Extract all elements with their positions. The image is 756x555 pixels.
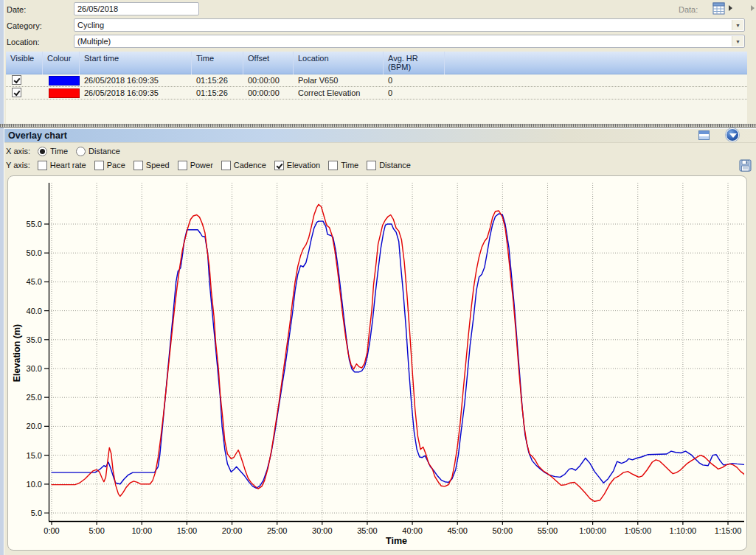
cell-avg-hr: 0 — [388, 88, 392, 97]
location-dropdown-arrow-icon[interactable]: ▼ — [732, 36, 743, 46]
option-label: Power — [190, 161, 213, 170]
category-dropdown-arrow-icon[interactable]: ▼ — [732, 20, 743, 30]
option-label: Distance — [379, 161, 411, 170]
cell-offset: 00:00:00 — [248, 88, 280, 97]
overlay-chart-title: Overlay chart — [8, 130, 67, 141]
svg-text:55:00: 55:00 — [538, 526, 558, 535]
table-header-time[interactable]: Time — [192, 52, 243, 74]
x-axis-label: X axis: — [6, 147, 30, 156]
svg-text:40.0: 40.0 — [27, 307, 42, 315]
visible-checkbox[interactable] — [12, 88, 21, 97]
radio-button[interactable] — [76, 147, 86, 156]
svg-text:45.0: 45.0 — [27, 277, 42, 286]
y-axis-row: Y axis: Heart ratePaceSpeedPowerCadenceE… — [6, 158, 419, 172]
svg-text:5.0: 5.0 — [31, 509, 42, 517]
horizontal-splitter[interactable] — [0, 124, 756, 128]
y-option-time[interactable]: Time — [328, 161, 358, 170]
svg-text:15.0: 15.0 — [27, 451, 42, 460]
y-option-elevation[interactable]: Elevation — [274, 161, 320, 170]
colour-swatch[interactable] — [49, 88, 80, 98]
svg-text:20.0: 20.0 — [27, 422, 42, 430]
cell-time: 01:15:26 — [196, 76, 228, 85]
checkbox[interactable] — [328, 161, 338, 170]
data-grid-icon[interactable] — [712, 2, 725, 15]
svg-text:Time: Time — [386, 536, 407, 546]
svg-text:30:00: 30:00 — [312, 526, 333, 535]
panel-collapse-arrow-icon[interactable] — [751, 5, 755, 11]
sessions-table: VisibleColourStart timeTimeOffsetLocatio… — [6, 52, 747, 124]
option-label: Pace — [107, 161, 125, 170]
y-option-speed[interactable]: Speed — [133, 161, 170, 170]
x-option-distance[interactable]: Distance — [76, 147, 120, 156]
data-label: Data: — [679, 5, 698, 14]
svg-text:35.0: 35.0 — [27, 335, 42, 344]
cell-start-time: 26/05/2018 16:09:35 — [84, 88, 159, 97]
elevation-line-chart: 5.010.015.020.025.030.035.040.045.050.05… — [8, 176, 746, 550]
restore-panel-icon[interactable] — [698, 130, 710, 140]
checkbox[interactable] — [367, 161, 376, 170]
svg-text:45:00: 45:00 — [447, 526, 468, 535]
collapse-section-button[interactable] — [726, 128, 739, 142]
data-expand-arrow-icon[interactable] — [729, 5, 732, 11]
table-header-offset[interactable]: Offset — [243, 52, 294, 74]
svg-text:10.0: 10.0 — [27, 480, 42, 489]
cell-location: Polar V650 — [298, 76, 338, 85]
colour-swatch[interactable] — [49, 76, 80, 85]
y-option-distance[interactable]: Distance — [367, 161, 411, 170]
svg-text:40:00: 40:00 — [402, 526, 423, 535]
option-label: Heart rate — [50, 161, 86, 170]
y-option-heart-rate[interactable]: Heart rate — [38, 161, 86, 170]
radio-button[interactable] — [38, 147, 47, 156]
sessions-table-header: VisibleColourStart timeTimeOffsetLocatio… — [6, 52, 747, 74]
svg-text:25.0: 25.0 — [27, 393, 42, 402]
overlay-chart-canvas: 5.010.015.020.025.030.035.040.045.050.05… — [7, 175, 747, 551]
svg-text:1:05:00: 1:05:00 — [624, 526, 651, 535]
table-header-colour[interactable]: Colour — [43, 52, 80, 74]
checkbox[interactable] — [274, 161, 284, 170]
option-label: Time — [341, 161, 358, 170]
checkbox[interactable] — [178, 161, 187, 170]
svg-text:0:00: 0:00 — [44, 526, 59, 535]
location-select[interactable]: (Multiple) ▼ — [74, 35, 745, 48]
checkbox[interactable] — [94, 161, 104, 170]
cell-start-time: 26/05/2018 16:09:35 — [84, 76, 159, 85]
save-chart-button[interactable] — [739, 159, 752, 172]
table-header-visible[interactable]: Visible — [6, 52, 43, 74]
checkbox[interactable] — [38, 161, 47, 170]
checkbox[interactable] — [133, 161, 143, 170]
option-label: Speed — [146, 161, 170, 170]
y-option-power[interactable]: Power — [178, 161, 213, 170]
session-row[interactable]: 26/05/2018 16:09:3501:15:2600:00:00Corre… — [6, 87, 747, 100]
session-row[interactable]: 26/05/2018 16:09:3501:15:2600:00:00Polar… — [6, 74, 747, 87]
option-label: Distance — [89, 147, 120, 156]
y-option-pace[interactable]: Pace — [94, 161, 125, 170]
location-label: Location: — [7, 38, 40, 46]
location-value: (Multiple) — [77, 37, 111, 46]
x-option-time[interactable]: Time — [38, 147, 68, 156]
svg-text:35:00: 35:00 — [357, 526, 378, 535]
y-option-cadence[interactable]: Cadence — [221, 161, 266, 170]
table-header-avg-hr-bpm[interactable]: Avg. HR (BPM) — [384, 52, 445, 74]
date-field[interactable]: 26/05/2018 — [74, 2, 199, 15]
cell-location: Correct Elevation — [298, 88, 360, 97]
svg-text:10:00: 10:00 — [132, 526, 153, 535]
table-header-start-time[interactable]: Start time — [80, 52, 192, 74]
svg-text:1:15:00: 1:15:00 — [715, 526, 742, 535]
chevron-down-icon — [729, 133, 737, 138]
category-label: Category: — [7, 21, 42, 30]
option-label: Cadence — [234, 161, 266, 170]
option-label: Elevation — [287, 161, 320, 170]
checkbox[interactable] — [221, 161, 231, 170]
svg-text:20:00: 20:00 — [222, 526, 243, 535]
cell-time: 01:15:26 — [196, 88, 228, 97]
floppy-disk-icon — [739, 159, 752, 172]
svg-text:30.0: 30.0 — [27, 364, 42, 373]
table-header-location[interactable]: Location — [294, 52, 384, 74]
overlay-chart-header: Overlay chart — [4, 128, 756, 143]
series-polar-v650 — [52, 214, 746, 488]
svg-text:1:10:00: 1:10:00 — [670, 526, 697, 535]
category-select[interactable]: Cycling ▼ — [74, 18, 745, 32]
window-left-strip — [0, 0, 4, 555]
visible-checkbox[interactable] — [12, 75, 21, 85]
option-label: Time — [50, 147, 68, 156]
